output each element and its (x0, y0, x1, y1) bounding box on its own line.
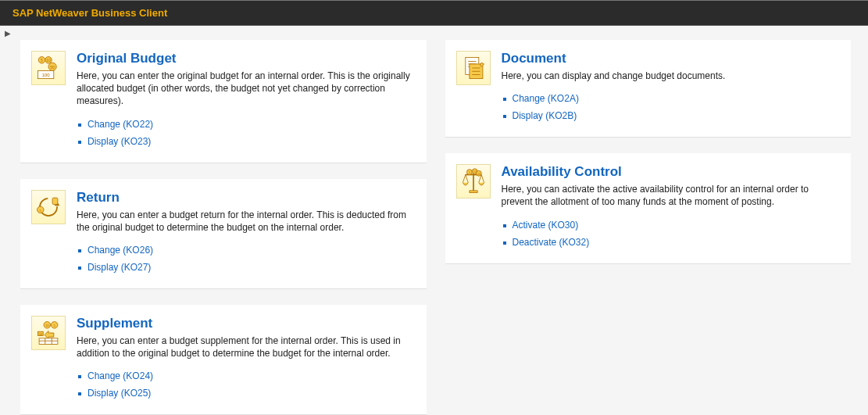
svg-text:100: 100 (42, 73, 51, 77)
transaction-link[interactable]: Activate (KO30) (513, 220, 579, 231)
transaction-link[interactable]: Change (KO22) (88, 119, 153, 130)
card-body: DocumentHere, you can display and change… (502, 51, 841, 124)
list-item: Activate (KO30) (502, 216, 841, 234)
svg-text:50: 50 (38, 331, 42, 335)
link-list: Activate (KO30)Deactivate (KO32) (502, 216, 841, 251)
svg-text:10: 10 (46, 58, 51, 63)
list-item: Deactivate (KO32) (502, 234, 841, 251)
transaction-link[interactable]: Change (KO2A) (513, 93, 579, 104)
card-description: Here, you can enter the original budget … (77, 70, 416, 108)
transaction-link[interactable]: Display (KO25) (88, 388, 151, 399)
card-title[interactable]: Document (502, 51, 841, 66)
transaction-link[interactable]: Display (KO27) (88, 262, 151, 273)
card-return: 5ReturnHere, you can enter a budget retu… (20, 179, 427, 289)
list-item: Display (KO25) (77, 385, 416, 402)
svg-marker-32 (480, 63, 484, 66)
svg-line-38 (481, 175, 484, 183)
svg-text:50: 50 (50, 65, 55, 70)
card-description: Here, you can enter a budget supplement … (77, 335, 416, 360)
svg-text:5: 5 (41, 58, 43, 63)
card-title[interactable]: Availability Control (502, 164, 841, 180)
list-item: Change (KO22) (77, 116, 416, 133)
work-area: ▶ 51050100Original BudgetHere, you can e… (0, 26, 868, 415)
link-list: Change (KO24)Display (KO25) (77, 367, 416, 402)
svg-text:5: 5 (468, 171, 470, 174)
svg-marker-19 (45, 331, 54, 338)
link-list: Change (KO26)Display (KO27) (77, 241, 416, 276)
column: 51050100Original BudgetHere, you can ent… (20, 40, 427, 415)
svg-rect-45 (469, 191, 477, 193)
card-supplement: 10550SupplementHere, you can enter a bud… (20, 305, 427, 415)
transaction-link[interactable]: Change (KO26) (88, 245, 153, 256)
svg-line-36 (465, 175, 467, 183)
card-body: SupplementHere, you can enter a budget s… (77, 316, 416, 402)
card-description: Here, you can activate the active availa… (502, 183, 841, 208)
card-description: Here, you can display and change budget … (502, 70, 841, 82)
link-list: Change (KO2A)Display (KO2B) (502, 90, 841, 124)
transaction-link[interactable]: Deactivate (KO32) (513, 237, 590, 248)
card-body: ReturnHere, you can enter a budget retur… (77, 190, 416, 276)
document-icon (456, 51, 491, 85)
list-item: Display (KO2B) (502, 107, 841, 124)
link-list: Change (KO22)Display (KO23) (77, 116, 416, 150)
list-item: Display (KO27) (77, 259, 416, 276)
list-item: Change (KO26) (77, 241, 416, 259)
app-title-bar: SAP NetWeaver Business Client (0, 0, 868, 26)
svg-rect-12 (52, 198, 58, 205)
card-body: Original BudgetHere, you can enter the o… (77, 51, 416, 150)
supplement-icon: 10550 (31, 316, 66, 350)
card-body: Availability ControlHere, you can activa… (502, 164, 841, 250)
svg-text:10: 10 (45, 324, 49, 327)
list-item: Change (KO24) (77, 367, 416, 385)
card-description: Here, you can enter a budget return for … (77, 209, 416, 234)
chevron-right-icon[interactable]: ▶ (3, 30, 865, 37)
card-document: DocumentHere, you can display and change… (445, 40, 852, 138)
app-title: SAP NetWeaver Business Client (13, 7, 167, 19)
card-title[interactable]: Original Budget (77, 51, 416, 66)
return-icon: 5 (31, 190, 66, 224)
list-item: Display (KO23) (77, 133, 416, 150)
card-title[interactable]: Return (77, 190, 416, 206)
svg-line-35 (463, 175, 465, 183)
svg-text:50: 50 (477, 173, 480, 176)
column: DocumentHere, you can display and change… (445, 40, 852, 415)
list-item: Change (KO2A) (502, 90, 841, 107)
card-title[interactable]: Supplement (77, 316, 416, 331)
card-original-budget: 51050100Original BudgetHere, you can ent… (20, 40, 427, 163)
card-availability-control: 51050Availability ControlHere, you can a… (445, 153, 852, 263)
transaction-link[interactable]: Display (KO2B) (513, 110, 577, 121)
scale-icon: 51050 (456, 164, 491, 199)
money-icon: 51050100 (31, 51, 66, 85)
transaction-link[interactable]: Change (KO24) (88, 370, 153, 381)
transaction-link[interactable]: Display (KO23) (88, 136, 151, 147)
